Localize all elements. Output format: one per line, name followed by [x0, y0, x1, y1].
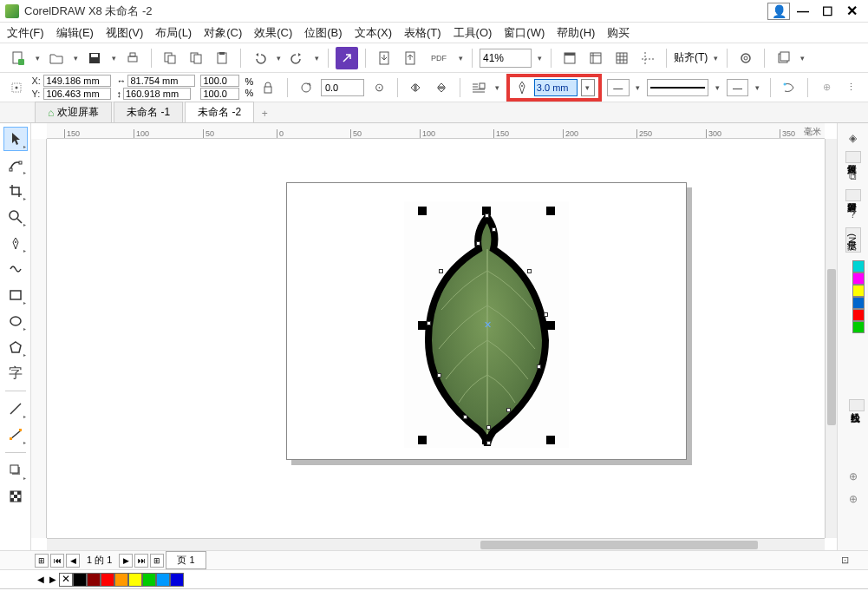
prev-page[interactable]: ◀: [66, 554, 80, 568]
dock-target-icon[interactable]: ◈: [844, 128, 863, 148]
zoom-tool[interactable]: ▸: [3, 205, 28, 229]
pdf-button[interactable]: PDF: [425, 47, 453, 69]
color-swatch[interactable]: [128, 573, 142, 587]
snap-label[interactable]: 贴齐(T): [674, 50, 708, 65]
pdf-dropdown[interactable]: ▾: [456, 54, 465, 62]
dock-object-manager[interactable]: 对象管理器: [845, 189, 861, 201]
nav-expand-button[interactable]: ⊡: [835, 551, 854, 570]
first-page[interactable]: ⏮: [50, 554, 64, 568]
node[interactable]: [492, 227, 496, 232]
add-page-before[interactable]: ⊞: [35, 554, 49, 568]
convert-button[interactable]: ⊕: [817, 76, 836, 99]
selection-handle-mr[interactable]: [546, 321, 555, 330]
selection-handle-tr[interactable]: [546, 207, 555, 215]
snap-dropdown[interactable]: ▾: [711, 54, 720, 62]
rotation-center-button[interactable]: ⊙: [369, 76, 388, 99]
pick-tool[interactable]: ▸: [3, 127, 28, 151]
cut-button[interactable]: [159, 47, 181, 69]
menu-layout[interactable]: 布局(L): [155, 25, 192, 41]
menu-text[interactable]: 文本(X): [355, 25, 392, 41]
color-swatch[interactable]: [170, 573, 184, 587]
transparency-tool[interactable]: [3, 484, 28, 509]
scrollbar-horizontal[interactable]: [47, 538, 825, 550]
minimize-button[interactable]: —: [792, 3, 814, 20]
launch-dropdown[interactable]: ▾: [798, 54, 806, 62]
text-tool[interactable]: 字: [3, 361, 28, 385]
tab-welcome[interactable]: ⌂欢迎屏幕: [35, 102, 112, 122]
guidelines-button[interactable]: [636, 47, 659, 69]
start-arrow-select[interactable]: —: [607, 79, 630, 96]
mirror-v-button[interactable]: [432, 76, 451, 99]
zoom-dropdown[interactable]: ▾: [535, 54, 544, 62]
menu-help[interactable]: 帮助(H): [557, 25, 595, 41]
new-dropdown[interactable]: ▾: [33, 54, 42, 62]
color-swatch[interactable]: [114, 573, 128, 587]
save-button[interactable]: [83, 47, 106, 69]
palette-prev[interactable]: ◀: [35, 573, 47, 587]
start-arrow-dropdown[interactable]: ▾: [635, 83, 643, 92]
color-swatch[interactable]: [156, 573, 170, 587]
dock-hints[interactable]: 提示(N): [845, 227, 861, 253]
drop-shadow-tool[interactable]: ▸: [3, 458, 28, 483]
menu-object[interactable]: 对象(C): [204, 25, 242, 41]
palette-next[interactable]: ▶: [47, 573, 59, 587]
close-button[interactable]: ✕: [840, 3, 863, 20]
line-style-dropdown[interactable]: ▾: [714, 83, 721, 92]
new-button[interactable]: [7, 47, 29, 69]
paste-button[interactable]: [211, 47, 233, 69]
canvas-viewport[interactable]: ✕: [47, 139, 825, 538]
rotation-input[interactable]: [321, 79, 364, 96]
node[interactable]: [437, 373, 441, 378]
menu-file[interactable]: 文件(F): [7, 25, 44, 41]
grid-button[interactable]: [610, 47, 633, 69]
next-page[interactable]: ▶: [119, 554, 133, 568]
selection-handle-tl[interactable]: [418, 207, 427, 215]
menu-effects[interactable]: 效果(C): [254, 25, 292, 41]
outline-width-input[interactable]: [534, 79, 578, 96]
polygon-tool[interactable]: ▸: [3, 335, 28, 359]
maximize-button[interactable]: ☐: [816, 3, 839, 20]
node[interactable]: [485, 213, 489, 218]
dimension-tool[interactable]: ▸: [3, 423, 28, 447]
undo-button[interactable]: [248, 47, 271, 69]
end-arrow-dropdown[interactable]: ▾: [754, 83, 761, 92]
menu-bitmap[interactable]: 位图(B): [304, 25, 342, 41]
palette-up-button[interactable]: ⊕: [844, 467, 863, 486]
height-input[interactable]: [123, 88, 191, 100]
dock-object-properties[interactable]: 对象属性: [845, 151, 861, 163]
ruler-horizontal[interactable]: 150 100 50 0 50 100 150 200 250 300 350: [47, 123, 825, 139]
canvas-area[interactable]: 150 100 50 0 50 100 150 200 250 300 350 …: [31, 123, 837, 550]
scroll-thumb-h[interactable]: [480, 541, 758, 549]
node[interactable]: [506, 408, 511, 412]
open-button[interactable]: [45, 47, 68, 69]
ruler-vertical[interactable]: [31, 139, 47, 538]
dock-hints-icon[interactable]: ?: [844, 205, 863, 224]
node[interactable]: [486, 441, 491, 445]
color-swatch[interactable]: [101, 573, 114, 587]
options-button[interactable]: [734, 47, 757, 69]
scrollbar-vertical[interactable]: [825, 139, 837, 538]
no-color-swatch[interactable]: ✕: [59, 573, 73, 587]
dock-easy-trace[interactable]: 轻松曲线: [849, 399, 865, 411]
close-curve-button[interactable]: [780, 76, 799, 99]
rulers-button[interactable]: [584, 47, 607, 69]
save-dropdown[interactable]: ▾: [109, 54, 118, 62]
lock-ratio-button[interactable]: [258, 76, 277, 99]
width-input[interactable]: [127, 75, 195, 87]
palette-swatch[interactable]: [852, 297, 865, 309]
selection-handle-bl[interactable]: [418, 436, 427, 444]
user-button[interactable]: 👤: [767, 3, 790, 20]
outline-width-dropdown[interactable]: ▾: [581, 79, 595, 96]
freehand-tool[interactable]: ▸: [3, 231, 28, 255]
palette-down-button[interactable]: ⊕: [844, 489, 863, 509]
selection-center[interactable]: ✕: [484, 319, 492, 331]
palette-swatch[interactable]: [852, 260, 865, 273]
node[interactable]: [527, 269, 532, 273]
export-button[interactable]: [399, 47, 421, 69]
node[interactable]: [427, 321, 431, 325]
print-button[interactable]: [121, 47, 144, 69]
selection-handle-br[interactable]: [546, 436, 555, 444]
wrap-text-icon[interactable]: [469, 76, 488, 99]
search-button[interactable]: [336, 47, 358, 69]
import-button[interactable]: [373, 47, 395, 69]
